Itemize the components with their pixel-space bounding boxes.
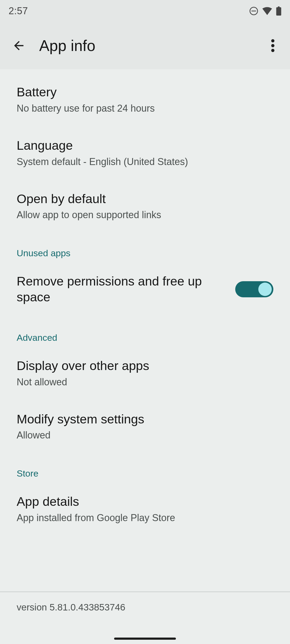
setting-title: App details: [17, 494, 273, 510]
battery-icon: [276, 6, 281, 16]
setting-title: Language: [17, 138, 273, 153]
setting-subtitle: Allow app to open supported links: [17, 209, 273, 221]
dnd-icon: [249, 6, 258, 16]
version-bar: version 5.81.0.433853746: [0, 592, 290, 627]
setting-remove-permissions[interactable]: Remove permissions and free up space: [0, 262, 290, 317]
settings-list: Battery No battery use for past 24 hours…: [0, 69, 290, 535]
svg-point-4: [271, 39, 274, 42]
version-text: version 5.81.0.433853746: [17, 602, 273, 613]
svg-point-5: [271, 44, 274, 47]
switch-thumb: [258, 283, 272, 296]
page-title: App info: [39, 37, 263, 54]
svg-rect-3: [278, 6, 280, 8]
switch-remove-permissions[interactable]: [235, 281, 273, 297]
overflow-menu-button[interactable]: [263, 33, 282, 58]
setting-language[interactable]: Language System default - English (Unite…: [0, 126, 290, 179]
setting-title: Battery: [17, 84, 273, 100]
section-header-store: Store: [0, 453, 290, 482]
setting-display-over-apps[interactable]: Display over other apps Not allowed: [0, 346, 290, 400]
setting-modify-system[interactable]: Modify system settings Allowed: [0, 400, 290, 453]
setting-app-details[interactable]: App details App installed from Google Pl…: [0, 482, 290, 535]
setting-title: Remove permissions and free up space: [17, 273, 224, 305]
setting-subtitle: System default - English (United States): [17, 156, 273, 167]
status-bar: 2:57: [0, 0, 290, 22]
setting-subtitle: Allowed: [17, 430, 273, 441]
back-button[interactable]: [6, 33, 31, 58]
arrow-back-icon: [12, 39, 26, 53]
setting-subtitle: App installed from Google Play Store: [17, 512, 273, 524]
svg-point-6: [271, 49, 274, 52]
status-time: 2:57: [9, 5, 28, 17]
nav-handle[interactable]: [114, 638, 176, 640]
setting-battery[interactable]: Battery No battery use for past 24 hours: [0, 69, 290, 126]
section-header-unused-apps: Unused apps: [0, 232, 290, 262]
svg-rect-2: [276, 7, 281, 16]
setting-subtitle: No battery use for past 24 hours: [17, 103, 273, 114]
setting-open-by-default[interactable]: Open by default Allow app to open suppor…: [0, 179, 290, 233]
more-vert-icon: [271, 39, 274, 52]
setting-title: Modify system settings: [17, 411, 273, 427]
section-header-advanced: Advanced: [0, 317, 290, 346]
setting-title: Display over other apps: [17, 358, 273, 374]
wifi-icon: [262, 7, 272, 15]
setting-subtitle: Not allowed: [17, 376, 273, 388]
setting-title: Open by default: [17, 191, 273, 207]
app-bar: App info: [0, 22, 290, 69]
status-icon-tray: [249, 6, 281, 16]
